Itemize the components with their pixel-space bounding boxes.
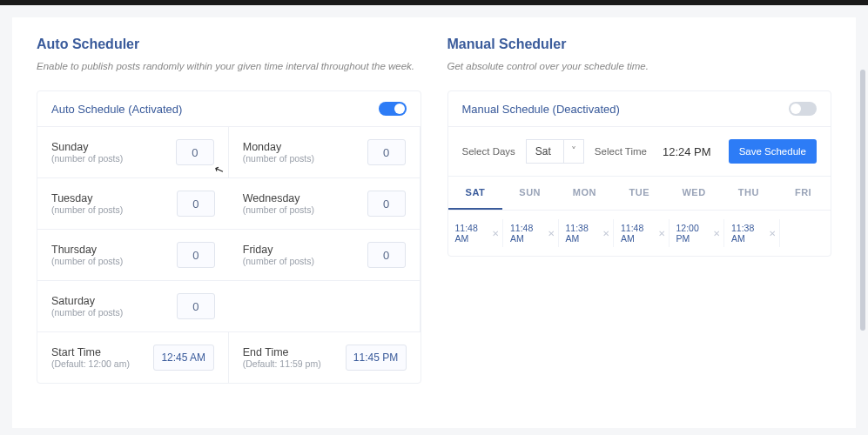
scrollbar[interactable]	[860, 70, 865, 331]
posts-input-wednesday[interactable]	[367, 191, 406, 217]
auto-day-grid: Sunday (number of posts) ↖ Monday (numbe…	[37, 127, 421, 332]
start-time-input[interactable]: 12:45 AM	[153, 345, 214, 371]
chip-time: 12:00 PM	[676, 223, 711, 244]
close-icon[interactable]: ✕	[492, 229, 499, 238]
start-time-sublabel: (Default: 12:00 am)	[51, 358, 130, 369]
end-time-sublabel: (Default: 11:59 pm)	[243, 358, 321, 369]
day-sublabel: (number of posts)	[51, 307, 123, 318]
auto-time-row: Start Time (Default: 12:00 am) 12:45 AM …	[37, 332, 421, 383]
chevron-down-icon: ˅	[571, 146, 576, 157]
manual-status-label: Manual Schedule (Deactivated)	[462, 103, 620, 116]
time-chips: 11:48 AM ✕ 11:48 AM ✕ 11:38 AM ✕ 11:48 A…	[448, 211, 831, 256]
day-label: Wednesday	[243, 192, 314, 204]
manual-subtitle: Get absolute control over your schedule …	[447, 61, 832, 71]
tab-sat[interactable]: SAT	[448, 177, 503, 210]
day-cell-saturday: Saturday (number of posts)	[37, 281, 229, 332]
auto-scheduler-column: Auto Scheduler Enable to publish posts r…	[37, 37, 421, 384]
day-tabs: SAT SUN MON TUE WED THU FRI	[448, 177, 831, 211]
manual-scheduler-column: Manual Scheduler Get absolute control ov…	[447, 37, 832, 384]
day-sublabel: (number of posts)	[243, 204, 314, 215]
day-sublabel: (number of posts)	[243, 153, 314, 164]
time-chip: 11:38 AM ✕	[562, 219, 615, 247]
chip-time: 11:48 AM	[510, 223, 545, 244]
time-chip: 12:00 PM ✕	[673, 219, 725, 247]
day-cell-wednesday: Wednesday (number of posts)	[229, 178, 421, 230]
close-icon[interactable]: ✕	[548, 229, 555, 238]
auto-panel: Auto Schedule (Activated) Sunday (number…	[37, 90, 421, 384]
time-chip: 11:48 AM ✕	[452, 219, 504, 247]
tab-wed[interactable]: WED	[667, 177, 722, 210]
day-label: Saturday	[51, 295, 123, 307]
day-cell-tuesday: Tuesday (number of posts)	[37, 178, 229, 230]
day-cell-empty	[229, 281, 421, 332]
close-icon[interactable]: ✕	[769, 229, 776, 238]
close-icon[interactable]: ✕	[658, 229, 665, 238]
tab-thu[interactable]: THU	[721, 177, 776, 210]
time-chip: 11:38 AM ✕	[728, 219, 780, 247]
close-icon[interactable]: ✕	[602, 229, 609, 238]
select-time-value[interactable]: 12:24 PM	[663, 145, 711, 158]
manual-panel: Manual Schedule (Deactivated) Select Day…	[447, 90, 832, 257]
chip-time: 11:48 AM	[621, 223, 656, 244]
auto-toggle[interactable]	[379, 102, 407, 116]
auto-status-label: Auto Schedule (Activated)	[51, 103, 182, 116]
manual-controls: Select Days Sat ˅ Select Time 12:24 PM S…	[448, 127, 831, 177]
start-time-cell: Start Time (Default: 12:00 am) 12:45 AM	[37, 332, 229, 383]
page: Auto Scheduler Enable to publish posts r…	[12, 17, 856, 428]
day-label: Thursday	[51, 244, 123, 256]
auto-panel-header: Auto Schedule (Activated)	[37, 91, 421, 127]
posts-input-monday[interactable]	[367, 139, 406, 165]
day-label: Monday	[243, 141, 314, 153]
day-cell-thursday: Thursday (number of posts)	[37, 230, 229, 281]
manual-title: Manual Scheduler	[447, 37, 832, 52]
chip-time: 11:48 AM	[455, 223, 490, 244]
select-days-label: Select Days	[462, 146, 515, 157]
day-sublabel: (number of posts)	[51, 153, 123, 164]
end-time-cell: End Time (Default: 11:59 pm) 11:45 PM	[229, 332, 421, 383]
auto-subtitle: Enable to publish posts randomly within …	[37, 61, 421, 71]
chip-time: 11:38 AM	[731, 223, 766, 244]
select-days-value[interactable]: Sat	[526, 139, 564, 164]
day-sublabel: (number of posts)	[51, 256, 123, 266]
time-chip: 11:48 AM ✕	[617, 219, 670, 247]
save-schedule-button[interactable]: Save Schedule	[729, 139, 817, 164]
day-label: Tuesday	[51, 192, 123, 204]
top-bar	[0, 0, 868, 5]
tab-fri[interactable]: FRI	[776, 177, 831, 210]
posts-input-tuesday[interactable]	[177, 191, 215, 217]
day-label: Friday	[243, 244, 314, 256]
tab-sun[interactable]: SUN	[502, 177, 557, 210]
time-chip: 11:48 AM ✕	[507, 219, 559, 247]
day-sublabel: (number of posts)	[51, 204, 123, 215]
start-time-label: Start Time	[51, 346, 130, 358]
close-icon[interactable]: ✕	[713, 229, 720, 238]
tab-mon[interactable]: MON	[557, 177, 612, 210]
posts-input-sunday[interactable]	[176, 139, 214, 165]
day-label: Sunday	[51, 141, 123, 153]
day-cell-sunday: Sunday (number of posts)	[37, 127, 229, 178]
auto-title: Auto Scheduler	[37, 37, 421, 52]
select-time-label: Select Time	[595, 146, 647, 157]
chip-time: 11:38 AM	[566, 223, 601, 244]
posts-input-saturday[interactable]	[177, 293, 215, 319]
manual-toggle[interactable]	[789, 102, 817, 116]
manual-panel-header: Manual Schedule (Deactivated)	[448, 91, 831, 127]
time-chip-empty	[784, 219, 828, 247]
day-cell-friday: Friday (number of posts)	[229, 230, 421, 281]
tab-tue[interactable]: TUE	[612, 177, 667, 210]
posts-input-thursday[interactable]	[177, 242, 215, 268]
end-time-label: End Time	[243, 346, 321, 358]
end-time-input[interactable]: 11:45 PM	[346, 345, 407, 371]
posts-input-friday[interactable]	[367, 242, 406, 268]
day-cell-monday: Monday (number of posts)	[229, 127, 421, 178]
select-days-dropdown-button[interactable]: ˅	[564, 139, 584, 164]
day-sublabel: (number of posts)	[243, 256, 314, 266]
